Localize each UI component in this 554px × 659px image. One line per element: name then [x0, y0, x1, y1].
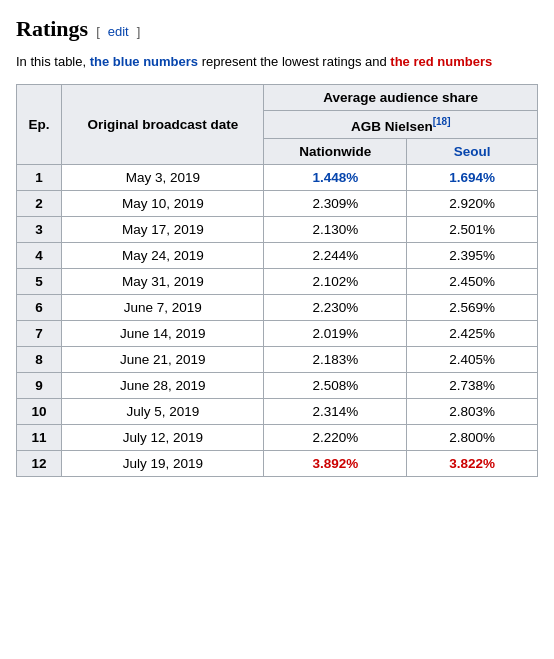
edit-link[interactable]: edit: [108, 24, 129, 39]
date-cell: July 19, 2019: [62, 451, 264, 477]
seoul-cell: 2.803%: [407, 399, 538, 425]
table-row: 12July 19, 20193.892%3.822%: [17, 451, 538, 477]
table-row: 8June 21, 20192.183%2.405%: [17, 347, 538, 373]
nationwide-cell: 3.892%: [264, 451, 407, 477]
table-row: 2May 10, 20192.309%2.920%: [17, 191, 538, 217]
seoul-cell: 2.738%: [407, 373, 538, 399]
table-row: 1May 3, 20191.448%1.694%: [17, 165, 538, 191]
agb-header: AGB Nielsen[18]: [264, 110, 538, 139]
seoul-cell: 2.425%: [407, 321, 538, 347]
date-cell: July 5, 2019: [62, 399, 264, 425]
ep-cell: 4: [17, 243, 62, 269]
ep-cell: 1: [17, 165, 62, 191]
ep-cell: 12: [17, 451, 62, 477]
table-row: 11July 12, 20192.220%2.800%: [17, 425, 538, 451]
date-cell: June 28, 2019: [62, 373, 264, 399]
ratings-table: Ep. Original broadcast date Average audi…: [16, 84, 538, 478]
ep-cell: 5: [17, 269, 62, 295]
seoul-cell: 2.450%: [407, 269, 538, 295]
nationwide-cell: 1.448%: [264, 165, 407, 191]
ep-cell: 11: [17, 425, 62, 451]
note-red: the red numbers: [390, 54, 492, 69]
agb-ref: [18]: [433, 116, 451, 127]
nationwide-header: Nationwide: [264, 139, 407, 165]
table-row: 10July 5, 20192.314%2.803%: [17, 399, 538, 425]
table-row: 9June 28, 20192.508%2.738%: [17, 373, 538, 399]
ep-cell: 3: [17, 217, 62, 243]
nationwide-cell: 2.314%: [264, 399, 407, 425]
nationwide-cell: 2.220%: [264, 425, 407, 451]
nationwide-cell: 2.309%: [264, 191, 407, 217]
nationwide-cell: 2.019%: [264, 321, 407, 347]
ep-cell: 8: [17, 347, 62, 373]
seoul-cell: 2.395%: [407, 243, 538, 269]
edit-bracket-close: ]: [137, 24, 141, 39]
date-cell: May 17, 2019: [62, 217, 264, 243]
date-cell: May 10, 2019: [62, 191, 264, 217]
table-row: 4May 24, 20192.244%2.395%: [17, 243, 538, 269]
date-cell: May 24, 2019: [62, 243, 264, 269]
date-cell: June 21, 2019: [62, 347, 264, 373]
ratings-note: In this table, the blue numbers represen…: [16, 52, 538, 72]
table-row: 3May 17, 20192.130%2.501%: [17, 217, 538, 243]
agb-label: AGB Nielsen: [351, 118, 433, 133]
ep-cell: 6: [17, 295, 62, 321]
ep-cell: 9: [17, 373, 62, 399]
seoul-cell: 1.694%: [407, 165, 538, 191]
seoul-cell: 3.822%: [407, 451, 538, 477]
date-cell: June 14, 2019: [62, 321, 264, 347]
ep-cell: 7: [17, 321, 62, 347]
avg-share-header: Average audience share: [264, 84, 538, 110]
ratings-section: Ratings [ edit ] In this table, the blue…: [16, 16, 538, 477]
seoul-cell: 2.501%: [407, 217, 538, 243]
ep-cell: 10: [17, 399, 62, 425]
page-title: Ratings: [16, 16, 88, 42]
seoul-header: Seoul: [407, 139, 538, 165]
note-prefix: In this table,: [16, 54, 90, 69]
nationwide-cell: 2.230%: [264, 295, 407, 321]
seoul-cell: 2.800%: [407, 425, 538, 451]
date-header: Original broadcast date: [62, 84, 264, 165]
nationwide-cell: 2.102%: [264, 269, 407, 295]
table-row: 7June 14, 20192.019%2.425%: [17, 321, 538, 347]
nationwide-cell: 2.183%: [264, 347, 407, 373]
note-blue: the blue numbers: [90, 54, 198, 69]
nationwide-cell: 2.244%: [264, 243, 407, 269]
seoul-cell: 2.405%: [407, 347, 538, 373]
seoul-cell: 2.920%: [407, 191, 538, 217]
nationwide-cell: 2.130%: [264, 217, 407, 243]
ep-header: Ep.: [17, 84, 62, 165]
table-row: 5May 31, 20192.102%2.450%: [17, 269, 538, 295]
nationwide-cell: 2.508%: [264, 373, 407, 399]
date-cell: July 12, 2019: [62, 425, 264, 451]
seoul-cell: 2.569%: [407, 295, 538, 321]
date-cell: May 31, 2019: [62, 269, 264, 295]
table-row: 6June 7, 20192.230%2.569%: [17, 295, 538, 321]
date-cell: June 7, 2019: [62, 295, 264, 321]
note-suffix: represent the lowest ratings and: [198, 54, 390, 69]
edit-bracket-open: [: [96, 24, 100, 39]
date-cell: May 3, 2019: [62, 165, 264, 191]
ep-cell: 2: [17, 191, 62, 217]
